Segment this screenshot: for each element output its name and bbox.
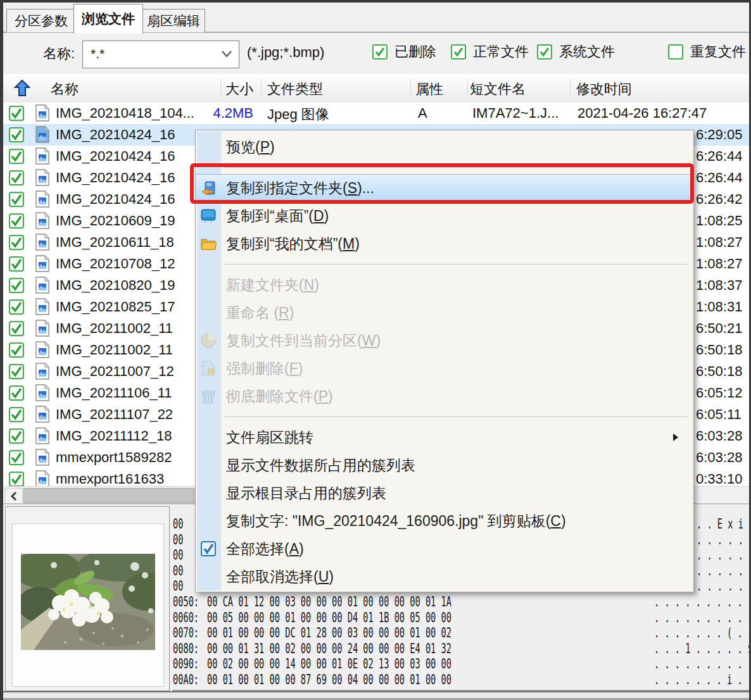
column-header-size[interactable]: 大小 bbox=[190, 80, 253, 99]
tab-active-2[interactable]: 浏览文件 bbox=[73, 4, 143, 34]
scrollbar-thumb[interactable] bbox=[23, 488, 197, 503]
file-mtime-fragment: 1:08:31 bbox=[696, 299, 742, 315]
file-name: IMG_20211112_18 bbox=[56, 428, 172, 444]
hex-offset: 0060: bbox=[173, 609, 199, 625]
row-checkbox-checked[interactable] bbox=[9, 106, 24, 121]
menu-item[interactable]: 显示文件数据所占用的簇列表 bbox=[196, 451, 693, 479]
filter-bar: 名称: *.* (*.jpg;*.bmp) 已删除正常文件系统文件重复文件 bbox=[0, 33, 751, 75]
column-divider[interactable] bbox=[570, 79, 571, 97]
file-attr: A bbox=[418, 105, 427, 122]
name-filter-combobox[interactable]: *.* bbox=[82, 41, 239, 68]
checkbox-unchecked[interactable] bbox=[668, 44, 683, 59]
hex-bytes: 00 01 00 00 00 DC 01 28 00 03 00 00 00 0… bbox=[207, 625, 451, 641]
file-mtime-fragment: 6:26:42 bbox=[696, 191, 742, 208]
menu-item[interactable]: 复制文字: "IMG_20210424_160906.jpg" 到剪贴板(C) bbox=[196, 507, 693, 535]
column-divider[interactable] bbox=[467, 79, 468, 97]
chevron-down-icon[interactable] bbox=[220, 49, 234, 59]
row-checkbox-checked[interactable] bbox=[9, 385, 24, 401]
file-mtime-fragment: 1:08:27 bbox=[696, 256, 742, 272]
force-delete-icon bbox=[200, 360, 217, 377]
column-divider[interactable] bbox=[410, 79, 411, 97]
menu-item[interactable]: 新建文件夹(N) bbox=[196, 271, 693, 299]
submenu-arrow-icon bbox=[672, 432, 679, 442]
hex-ascii: . . . . . . . . . . . . . . . . bbox=[654, 656, 751, 672]
checkbox-checked[interactable] bbox=[537, 44, 552, 59]
hex-ascii-fragment: . . E x i f bbox=[697, 516, 751, 532]
file-mtime-fragment: 1:08:37 bbox=[696, 277, 742, 294]
hex-offset: 00A0: bbox=[173, 672, 199, 687]
menu-item-label: 复制到“桌面”(D) bbox=[226, 206, 329, 226]
row-checkbox-checked[interactable] bbox=[9, 149, 24, 164]
menu-item[interactable]: 重命名 (R) bbox=[196, 299, 693, 327]
menu-item-label: 复制文字: "IMG_20210424_160906.jpg" 到剪贴板(C) bbox=[226, 511, 566, 531]
row-checkbox-checked[interactable] bbox=[9, 428, 24, 444]
hex-ascii-fragment: . . . . . . bbox=[697, 563, 751, 578]
row-checkbox-checked[interactable] bbox=[9, 342, 24, 358]
hex-bytes: 00 00 01 31 00 02 00 00 00 24 00 00 00 E… bbox=[207, 641, 451, 656]
checkbox-checked[interactable] bbox=[451, 44, 466, 59]
file-name: IMG_20210611_18 bbox=[56, 234, 174, 251]
sort-ascending-icon[interactable] bbox=[14, 79, 30, 97]
column-divider[interactable] bbox=[220, 79, 221, 97]
menu-item-label: 新建文件夹(N) bbox=[226, 275, 319, 295]
wipe-file-icon bbox=[200, 388, 217, 404]
row-checkbox-checked[interactable] bbox=[9, 407, 24, 422]
column-divider[interactable] bbox=[261, 79, 262, 97]
column-header-attr[interactable]: 属性 bbox=[415, 80, 443, 99]
menu-item[interactable]: 预览(P) bbox=[196, 133, 693, 161]
menu-item[interactable]: 显示根目录占用的簇列表 bbox=[196, 479, 693, 507]
row-checkbox-checked[interactable] bbox=[9, 364, 24, 379]
file-table-header: 名称 大小 文件类型 属性 短文件名 修改时间 bbox=[0, 74, 751, 103]
jpeg-file-icon bbox=[35, 147, 49, 165]
jpeg-file-icon bbox=[35, 212, 49, 229]
table-row[interactable]: IMG_20210418_104...4.2MBJpeg 图像AIM7A72~1… bbox=[0, 103, 751, 124]
row-checkbox-checked[interactable] bbox=[9, 235, 24, 250]
file-mtime-fragment: 1:08:27 bbox=[696, 234, 742, 251]
checkbox-checked[interactable] bbox=[372, 44, 388, 59]
jpeg-file-icon bbox=[35, 320, 49, 337]
hex-offset-fragment: 00 bbox=[173, 516, 183, 532]
menu-item-label: 全部选择(A) bbox=[226, 539, 304, 559]
row-checkbox-checked[interactable] bbox=[9, 192, 24, 207]
row-checkbox-checked[interactable] bbox=[9, 299, 24, 315]
status-bar bbox=[0, 691, 751, 700]
row-checkbox-checked[interactable] bbox=[9, 127, 24, 142]
menu-item[interactable]: 复制文件到当前分区(W) bbox=[196, 327, 693, 354]
row-checkbox-checked[interactable] bbox=[9, 321, 24, 336]
menu-item[interactable]: 彻底删除文件(P) bbox=[196, 382, 693, 410]
hex-ascii-fragment: . . . . . . bbox=[697, 578, 751, 594]
hex-offset-fragment: 00 bbox=[173, 578, 183, 594]
menu-separator bbox=[196, 258, 693, 271]
menu-item[interactable]: 文件扇区跳转 bbox=[196, 423, 693, 451]
file-mtime-fragment: 6:50:21 bbox=[696, 320, 742, 337]
jpeg-file-icon bbox=[35, 277, 49, 294]
row-checkbox-checked[interactable] bbox=[9, 170, 24, 185]
name-filter-value[interactable]: *.* bbox=[91, 46, 104, 61]
tab-1[interactable]: 分区参数 bbox=[6, 9, 76, 32]
column-header-shortname[interactable]: 短文件名 bbox=[470, 80, 526, 99]
filter-checkbox-3: 系统文件 bbox=[537, 42, 615, 61]
column-header-type[interactable]: 文件类型 bbox=[267, 80, 323, 99]
row-checkbox-checked[interactable] bbox=[9, 278, 24, 293]
file-name: IMG_20211106_11 bbox=[56, 385, 172, 401]
jpeg-file-icon bbox=[35, 126, 49, 143]
column-header-name[interactable]: 名称 bbox=[51, 80, 79, 99]
hex-ascii: . . . . . . . i . . . . . . . . bbox=[654, 672, 751, 687]
file-mtime: 2021-04-26 16:27:47 bbox=[577, 105, 707, 122]
row-checkbox-checked[interactable] bbox=[9, 472, 24, 486]
menu-item[interactable]: 全部取消选择(U) bbox=[196, 563, 693, 591]
row-checkbox-checked[interactable] bbox=[9, 256, 24, 272]
menu-item[interactable]: 强制删除(F) bbox=[196, 354, 693, 382]
menu-item[interactable]: 复制到“桌面”(D) bbox=[196, 202, 693, 230]
column-header-mtime[interactable]: 修改时间 bbox=[576, 80, 632, 99]
menu-item[interactable]: 全部选择(A) bbox=[196, 535, 693, 563]
row-checkbox-checked[interactable] bbox=[9, 450, 24, 465]
desktop-icon bbox=[200, 208, 217, 224]
tab-3[interactable]: 扇区编辑 bbox=[142, 9, 205, 32]
file-short-name: IM7A72~1.J... bbox=[472, 105, 559, 122]
file-mtime-fragment: 0:33:10 bbox=[696, 471, 742, 486]
hex-offset-fragment: 00 bbox=[173, 547, 183, 563]
row-checkbox-checked[interactable] bbox=[9, 213, 24, 228]
menu-item[interactable]: 复制到“我的文档”(M) bbox=[196, 230, 693, 258]
scroll-left-button[interactable] bbox=[5, 488, 23, 504]
